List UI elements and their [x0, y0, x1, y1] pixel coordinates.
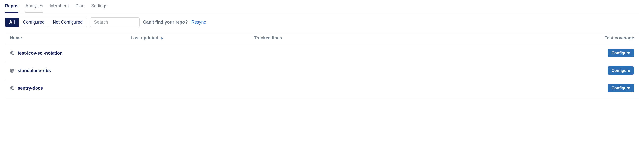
column-header-test-coverage[interactable]: Test coverage	[600, 36, 634, 41]
column-header-name[interactable]: Name	[10, 36, 131, 41]
filter-segment-group: All Configured Not Configured	[5, 18, 87, 27]
resync-hint: Can't find your repo?	[143, 20, 188, 25]
configure-button[interactable]: Configure	[608, 84, 634, 92]
sort-descending-icon	[160, 36, 164, 40]
filter-all[interactable]: All	[5, 18, 19, 27]
globe-icon	[10, 68, 14, 73]
filter-not-configured[interactable]: Not Configured	[49, 18, 86, 27]
configure-button[interactable]: Configure	[608, 49, 634, 57]
tab-settings[interactable]: Settings	[91, 0, 107, 12]
column-header-last-updated-label: Last updated	[131, 36, 158, 41]
tab-plan[interactable]: Plan	[76, 0, 84, 12]
table-row: standalone-ribs Configure	[5, 62, 639, 80]
main-tabs: Repos Analytics Members Plan Settings	[5, 0, 639, 13]
tab-members[interactable]: Members	[50, 0, 68, 12]
tab-repos[interactable]: Repos	[5, 0, 18, 12]
resync-link[interactable]: Resync	[191, 20, 206, 25]
filter-bar: All Configured Not Configured Can't find…	[5, 13, 639, 32]
column-header-last-updated[interactable]: Last updated	[131, 36, 254, 41]
globe-icon	[10, 51, 14, 55]
globe-icon	[10, 86, 14, 90]
table-header: Name Last updated Tracked lines Test cov…	[5, 32, 639, 44]
repo-name[interactable]: sentry-docs	[18, 86, 43, 91]
filter-configured[interactable]: Configured	[19, 18, 49, 27]
tab-analytics[interactable]: Analytics	[26, 0, 43, 12]
table-row: sentry-docs Configure	[5, 80, 639, 97]
table-row: test-lcov-sci-notation Configure	[5, 44, 639, 62]
repo-name[interactable]: standalone-ribs	[18, 68, 51, 73]
configure-button[interactable]: Configure	[608, 66, 634, 75]
repo-name[interactable]: test-lcov-sci-notation	[18, 50, 62, 56]
repos-table: Name Last updated Tracked lines Test cov…	[5, 32, 639, 97]
search-input[interactable]	[90, 17, 140, 28]
column-header-tracked-lines[interactable]: Tracked lines	[254, 36, 600, 41]
